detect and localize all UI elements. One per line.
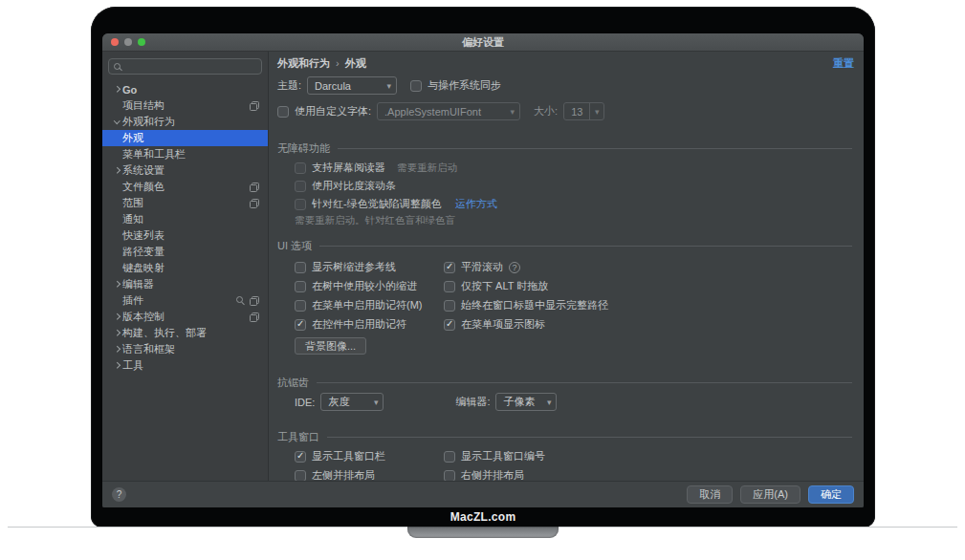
background-image-button[interactable]: 背景图像...: [295, 337, 366, 355]
screen-reader-checkbox[interactable]: [295, 162, 306, 174]
plugin-search-icon: [236, 296, 245, 305]
alt-dnd-checkbox[interactable]: [444, 281, 455, 292]
smaller-tree-indent-checkbox[interactable]: [295, 281, 306, 292]
control-mnemonics-row: 在控件中启用助记符: [295, 315, 444, 334]
editor-aa-label: 编辑器:: [455, 395, 490, 409]
ide-aa-select[interactable]: 灰度 ▾: [320, 393, 384, 411]
screen-reader-label: 支持屏幕阅读器: [312, 161, 385, 175]
sidebar-item-quick-lists[interactable]: 快速列表: [102, 227, 268, 244]
tool-window-numbers-checkbox[interactable]: [444, 451, 455, 463]
search-icon: [114, 63, 121, 70]
left-side-by-side-checkbox[interactable]: [295, 470, 306, 482]
sidebar-item-go[interactable]: Go: [102, 81, 268, 97]
editor-aa-select[interactable]: 子像素 ▾: [495, 393, 557, 411]
cancel-button[interactable]: 取消: [687, 485, 733, 504]
sidebar-item-languages-frameworks[interactable]: 语言和框架: [102, 341, 268, 357]
per-project-icon: [250, 312, 259, 322]
menu-mnemonics-checkbox[interactable]: [295, 300, 306, 312]
custom-font-checkbox[interactable]: [277, 106, 289, 118]
laptop-screen-bezel: 偏好设置 Go: [91, 7, 875, 528]
sidebar-item-path-variables[interactable]: 路径变量: [102, 244, 268, 260]
help-icon[interactable]: ?: [509, 262, 520, 273]
full-path-title-checkbox[interactable]: [444, 300, 455, 312]
minimize-window-button[interactable]: [124, 38, 132, 46]
tool-window-bars-row: 显示工具窗口栏: [295, 447, 444, 465]
window-title: 偏好设置: [102, 35, 864, 50]
sync-os-checkbox[interactable]: [410, 80, 422, 92]
font-size-select[interactable]: 13 ▾: [563, 102, 604, 120]
contrast-scrollbar-checkbox[interactable]: [295, 181, 306, 192]
search-input[interactable]: [108, 58, 262, 75]
dropdown-arrow-icon: ▾: [511, 107, 515, 117]
right-side-by-side-row: 右侧并排布局: [444, 466, 854, 481]
restart-hint: 需要重新启动: [397, 162, 457, 175]
theme-row: 主题: Darcula ▾ 与操作系统同步: [277, 76, 854, 95]
tree-indent-guides-row: 显示树缩进参考线: [295, 258, 444, 276]
sidebar-item-project-structure[interactable]: 项目结构: [102, 97, 268, 114]
smooth-scrolling-checkbox[interactable]: [444, 262, 455, 273]
tool-window-bars-checkbox[interactable]: [295, 451, 306, 463]
sidebar-item-file-colors[interactable]: 文件颜色: [102, 179, 268, 195]
how-it-works-link[interactable]: 运作方式: [455, 197, 497, 211]
close-window-button[interactable]: [111, 38, 119, 46]
custom-font-label: 使用自定义字体:: [295, 104, 371, 118]
breadcrumb: 外观和行为 › 外观 重置: [277, 55, 854, 71]
dropdown-arrow-icon: ▾: [589, 103, 603, 119]
sidebar-item-version-control[interactable]: 版本控制: [102, 309, 268, 325]
sidebar-item-notifications[interactable]: 通知: [102, 211, 268, 227]
preferences-window: 偏好设置 Go: [102, 33, 864, 507]
sidebar-item-menus-toolbars[interactable]: 菜单和工具栏: [102, 146, 268, 162]
sidebar-item-tools[interactable]: 工具: [102, 357, 268, 374]
color-deficiency-label: 针对红-绿色觉缺陷调整颜色: [312, 197, 442, 211]
sidebar-item-editor[interactable]: 编辑器: [102, 276, 268, 292]
traffic-lights: [111, 38, 145, 46]
laptop-lid-notch: [407, 527, 559, 538]
right-side-by-side-checkbox[interactable]: [444, 470, 455, 482]
sidebar-item-system-settings[interactable]: 系统设置: [102, 162, 268, 179]
ok-button[interactable]: 确定: [808, 485, 854, 504]
sidebar-item-plugins[interactable]: 插件: [102, 292, 268, 309]
dropdown-arrow-icon: ▾: [374, 398, 379, 407]
chevron-right-icon: [114, 313, 120, 319]
control-mnemonics-checkbox[interactable]: [295, 319, 306, 331]
sidebar-item-appearance-behavior[interactable]: 外观和行为: [102, 114, 268, 130]
apply-button[interactable]: 应用(A): [740, 485, 801, 504]
chevron-right-icon: [114, 167, 120, 173]
sidebar-item-appearance[interactable]: 外观: [102, 130, 268, 146]
alt-dnd-row: 仅按下 ALT 时拖放: [444, 277, 854, 295]
breadcrumb-separator: ›: [336, 57, 340, 69]
chevron-down-icon: [114, 118, 120, 123]
custom-font-row: 使用自定义字体: .AppleSystemUIFont ▾ 大小: 13 ▾: [277, 102, 854, 120]
theme-label: 主题:: [277, 78, 301, 93]
window-titlebar: 偏好设置: [102, 33, 864, 52]
sidebar-item-keymap[interactable]: 键盘映射: [102, 260, 268, 276]
font-family-select[interactable]: .AppleSystemUIFont ▾: [377, 102, 520, 120]
per-project-icon: [250, 101, 259, 111]
sidebar-item-scopes[interactable]: 范围: [102, 195, 268, 211]
menu-icons-checkbox[interactable]: [444, 319, 455, 331]
ui-options-grid: 显示树缩进参考线 平滑滚动 ? 在树中使用较小的缩进: [295, 258, 854, 334]
screen-reader-row: 支持屏幕阅读器 需要重新启动: [295, 159, 854, 177]
reset-link[interactable]: 重置: [833, 56, 854, 71]
full-path-title-row: 始终在窗口标题中显示完整路径: [444, 296, 854, 314]
ide-aa-label: IDE:: [295, 397, 315, 408]
tree-indent-guides-checkbox[interactable]: [295, 262, 306, 273]
accessibility-section-title: 无障碍功能: [277, 141, 854, 155]
breadcrumb-segment: 外观: [345, 56, 366, 71]
ui-options-section-title: UI 选项: [277, 239, 854, 252]
tool-windows-grid: 显示工具窗口栏 显示工具窗口编号 左侧并排布局: [295, 447, 854, 481]
breadcrumb-segment[interactable]: 外观和行为: [277, 56, 330, 71]
color-deficiency-row: 针对红-绿色觉缺陷调整颜色 运作方式: [295, 195, 854, 213]
theme-select[interactable]: Darcula ▾: [307, 76, 397, 95]
contrast-scrollbar-row: 使用对比度滚动条: [295, 177, 854, 195]
tool-window-numbers-row: 显示工具窗口编号: [444, 447, 854, 465]
color-deficiency-footnote: 需要重新启动。针对红色盲和绿色盲: [295, 214, 854, 226]
help-button[interactable]: ?: [112, 487, 126, 502]
smaller-tree-indent-row: 在树中使用较小的缩进: [295, 277, 444, 295]
per-project-icon: [250, 199, 259, 208]
zoom-window-button[interactable]: [138, 38, 145, 46]
sync-os-label: 与操作系统同步: [428, 78, 501, 93]
color-deficiency-checkbox[interactable]: [295, 199, 306, 210]
antialiasing-row: IDE: 灰度 ▾ 编辑器: 子像素 ▾: [295, 393, 854, 411]
sidebar-item-build-execution-deployment[interactable]: 构建、执行、部署: [102, 325, 268, 341]
